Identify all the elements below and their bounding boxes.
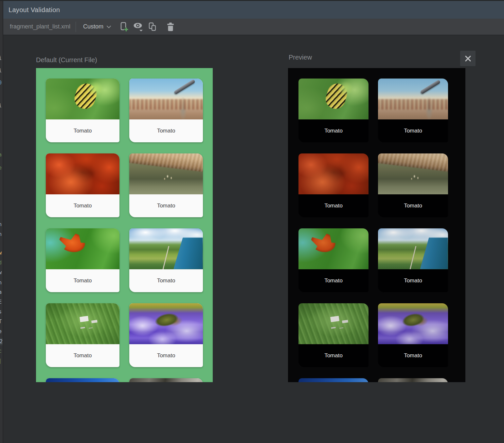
caterpillar-macro-image (46, 79, 119, 119)
tool-window-titlebar: Layout Validation (3, 1, 504, 19)
plant-card: Tomato (378, 228, 448, 292)
plant-card-label: Tomato (378, 344, 448, 367)
editor-glyph-fragment: i (0, 102, 2, 109)
plant-card-label: Tomato (298, 269, 369, 292)
editor-glyph-fragment: i (0, 67, 2, 74)
plant-card-label: Tomato (46, 194, 119, 217)
plant-card-label: Tomato (46, 269, 119, 292)
editor-glyph-fragment: n (0, 221, 2, 228)
plant-card: Tomato (129, 153, 203, 217)
configuration-set-label: Custom (83, 23, 103, 30)
plant-card: Tomato (378, 153, 448, 217)
caterpillar-macro-image (298, 79, 369, 119)
plant-card: Tomato (298, 228, 369, 292)
duplicate-layout-button[interactable] (147, 21, 159, 33)
coastal-aerial-image (378, 228, 448, 269)
copy-icon (148, 22, 158, 32)
plant-card: Tomato (298, 378, 369, 382)
plant-card-label: Tomato (46, 344, 119, 367)
editor-glyph-fragment: a (0, 289, 2, 295)
preview-layout-preview-surface[interactable]: TomatoTomatoTomatoTomatoTomatoTomatoToma… (288, 68, 465, 382)
red-maple-leaves-image (298, 153, 369, 194)
plant-card: Tomato (378, 79, 448, 142)
editor-glyph-fragment: i (0, 55, 2, 62)
telescope-cityscape-image (129, 79, 203, 119)
clipped-editor-strip: ii0iaennwdwnaEsTe2c| (0, 0, 3, 443)
editor-glyph-fragment: n (0, 231, 2, 238)
purple-river-image (378, 303, 448, 344)
blue-sky-image (298, 378, 369, 382)
preview-panel-title: Preview (289, 54, 312, 61)
plant-card: Tomato (129, 378, 203, 382)
delete-button[interactable] (164, 21, 177, 33)
chevron-down-icon (106, 25, 111, 28)
plant-card: Tomato (46, 153, 119, 217)
plant-card: Tomato (129, 79, 203, 142)
plant-card: Tomato (46, 303, 119, 367)
coastal-aerial-image (129, 228, 203, 269)
farm-aerial-image (298, 303, 369, 344)
wet-wood-beam-image (378, 153, 448, 194)
layout-validation-tool-window: ii0iaennwdwnaEsTe2c| Layout Validation f… (0, 0, 504, 443)
editor-glyph-fragment: w (0, 250, 2, 256)
orange-maple-leaf-image (46, 228, 119, 269)
plant-card-label: Tomato (378, 119, 448, 142)
editor-glyph-fragment: T (0, 318, 2, 325)
wet-wood-beam-image (129, 153, 203, 194)
eye-icon (133, 22, 144, 32)
layout-validation-toolbar: fragment_plant_list.xml Custom (3, 19, 504, 35)
editor-glyph-fragment: | (0, 358, 2, 364)
plant-card-label: Tomato (378, 269, 448, 292)
plant-card: Tomato (298, 153, 369, 217)
blue-sky-image (46, 378, 119, 382)
plant-card: Tomato (46, 79, 119, 142)
editor-glyph-fragment: 0 (0, 80, 2, 86)
plant-card-label: Tomato (129, 194, 203, 217)
editor-glyph-fragment: n (0, 279, 2, 286)
current-file-label: fragment_plant_list.xml (10, 23, 70, 30)
plant-card: Tomato (129, 303, 203, 367)
close-preview-button[interactable] (460, 51, 476, 66)
phone-plus-icon (119, 22, 129, 32)
plant-card: Tomato (378, 303, 448, 367)
plant-card: Tomato (46, 228, 119, 292)
editor-glyph-fragment: e (0, 165, 2, 171)
trash-icon (166, 22, 175, 31)
red-maple-leaves-image (46, 153, 119, 194)
plant-card-label: Tomato (129, 344, 203, 367)
add-device-button[interactable] (118, 21, 130, 33)
editor-glyph-fragment: w (0, 269, 2, 276)
plant-card: Tomato (298, 79, 369, 142)
editor-glyph-fragment: 2 (0, 338, 3, 345)
orange-maple-leaf-image (298, 228, 369, 269)
plant-card-label: Tomato (298, 194, 369, 217)
grayscale-clouds-image (129, 378, 203, 382)
default-panel-title: Default (Current File) (36, 56, 97, 64)
plant-card: Tomato (298, 303, 369, 367)
grayscale-clouds-image (378, 378, 448, 382)
editor-glyph-fragment: E (0, 299, 2, 305)
toolbar-divider (76, 22, 76, 32)
editor-glyph-fragment: s (0, 309, 2, 315)
farm-aerial-image (46, 303, 119, 344)
plant-card: Tomato (46, 378, 119, 382)
plant-card: Tomato (129, 228, 203, 292)
plant-card-label: Tomato (298, 119, 369, 142)
editor-glyph-fragment: d (0, 259, 2, 266)
plant-card-label: Tomato (378, 194, 448, 217)
plant-card-label: Tomato (129, 119, 203, 142)
default-layout-preview-surface[interactable]: TomatoTomatoTomatoTomatoTomatoTomatoToma… (36, 68, 213, 382)
plant-card-label: Tomato (298, 344, 369, 367)
plant-card-label: Tomato (46, 119, 119, 142)
plant-card: Tomato (378, 378, 448, 382)
visibility-options-button[interactable] (132, 21, 145, 33)
close-icon (464, 55, 472, 62)
telescope-cityscape-image (378, 79, 448, 119)
tool-window-title: Layout Validation (9, 6, 60, 14)
plant-card-label: Tomato (129, 269, 203, 292)
editor-glyph-fragment: a (0, 151, 2, 158)
editor-glyph-fragment: c (0, 348, 2, 354)
window-top-border (0, 0, 504, 1)
configuration-set-dropdown[interactable]: Custom (81, 22, 113, 31)
purple-river-image (129, 303, 203, 344)
